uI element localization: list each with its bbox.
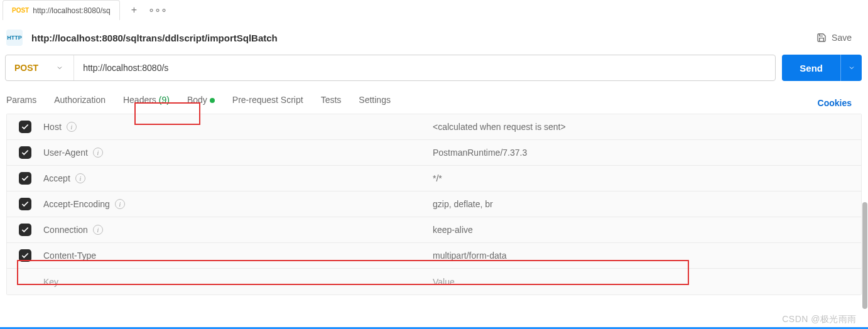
send-dropdown[interactable] [840, 55, 862, 81]
check-icon [21, 225, 30, 234]
header-row[interactable]: Accept-Encodingi gzip, deflate, br [7, 191, 861, 217]
breadcrumb-left: HTTP http://localhost:8080/sqltrans/ddls… [6, 30, 278, 46]
info-icon[interactable]: i [93, 148, 103, 158]
check-icon [21, 200, 30, 208]
info-icon[interactable]: i [67, 122, 77, 132]
info-icon[interactable]: i [115, 199, 125, 209]
header-row[interactable]: Connectioni keep-alive [7, 217, 861, 243]
check-icon [21, 174, 30, 183]
header-value: PostmanRuntime/7.37.3 [433, 148, 861, 158]
tab-params[interactable]: Params [6, 95, 36, 111]
tab-method-badge: POST [12, 7, 29, 14]
scrollbar-thumb[interactable] [862, 202, 867, 309]
check-icon [21, 251, 30, 260]
tab-tests[interactable]: Tests [321, 95, 342, 111]
breadcrumb-row: HTTP http://localhost:8080/sqltrans/ddls… [0, 20, 868, 55]
new-tab-icon[interactable]: + [131, 4, 137, 16]
chevron-down-icon [848, 64, 855, 72]
header-value: <calculated when request is sent> [433, 122, 861, 132]
header-key-placeholder[interactable]: Key [43, 277, 58, 287]
url-input[interactable]: http://localhost:8080/s [74, 55, 775, 80]
url-text: http://localhost:8080/s [83, 63, 168, 73]
tab-body-label: Body [187, 95, 207, 105]
header-value: keep-alive [433, 225, 861, 235]
header-row[interactable]: Accepti */* [7, 166, 861, 191]
header-checkbox[interactable] [19, 249, 31, 262]
header-checkbox[interactable] [19, 198, 31, 210]
header-value[interactable]: multipart/form-data [433, 251, 861, 261]
save-button[interactable]: Save [816, 33, 852, 43]
request-tab[interactable]: POST http://localhost:8080/sq [3, 0, 120, 20]
tab-actions: + ∘∘∘ [120, 4, 167, 16]
subtabs: Params Authorization Headers (9) Body Pr… [6, 95, 391, 111]
tab-authorization[interactable]: Authorization [54, 95, 106, 111]
body-dirty-indicator-icon [210, 98, 215, 103]
breadcrumb-path: http://localhost:8080/sqltrans/ddlscript… [31, 33, 278, 43]
header-key: Accept-Encoding [43, 199, 110, 209]
header-checkbox[interactable] [19, 172, 31, 185]
header-checkbox[interactable] [19, 146, 31, 159]
headers-table: Hosti <calculated when request is sent> … [6, 114, 862, 295]
tab-title: http://localhost:8080/sq [33, 6, 110, 15]
header-key[interactable]: Content-Type [43, 251, 96, 261]
send-group: Send [782, 55, 862, 81]
header-new-row[interactable]: Key Value [7, 269, 861, 294]
header-checkbox[interactable] [19, 121, 31, 133]
save-icon [816, 33, 827, 43]
http-icon: HTTP [6, 30, 23, 46]
tab-strip: POST http://localhost:8080/sq + ∘∘∘ [0, 0, 868, 20]
header-value: */* [433, 173, 861, 183]
http-icon-label: HTTP [7, 35, 22, 41]
request-row: POST http://localhost:8080/s Send [0, 55, 868, 81]
tab-headers-count: (9) [159, 95, 170, 105]
header-key: User-Agent [43, 148, 88, 158]
header-key: Host [43, 122, 62, 132]
chevron-down-icon [56, 64, 63, 72]
tab-overflow-icon[interactable]: ∘∘∘ [148, 4, 167, 16]
save-label: Save [832, 33, 852, 43]
tab-settings[interactable]: Settings [359, 95, 391, 111]
method-url-box: POST http://localhost:8080/s [5, 55, 776, 81]
header-key: Connection [43, 225, 88, 235]
subtabs-row: Params Authorization Headers (9) Body Pr… [0, 81, 868, 112]
check-icon [21, 122, 30, 131]
tab-pre-request[interactable]: Pre-request Script [232, 95, 303, 111]
tab-headers-label: Headers [123, 95, 156, 105]
info-icon[interactable]: i [75, 173, 85, 183]
method-select[interactable]: POST [6, 55, 74, 80]
header-row[interactable]: User-Agenti PostmanRuntime/7.37.3 [7, 140, 861, 166]
cookies-link[interactable]: Cookies [818, 98, 852, 108]
header-row[interactable]: Content-Type multipart/form-data [7, 243, 861, 269]
header-key: Accept [43, 173, 70, 183]
info-icon[interactable]: i [93, 225, 103, 235]
method-label: POST [14, 63, 38, 73]
header-checkbox[interactable] [19, 224, 31, 236]
send-button[interactable]: Send [782, 55, 840, 81]
header-row[interactable]: Hosti <calculated when request is sent> [7, 114, 861, 140]
tab-body[interactable]: Body [187, 95, 215, 111]
check-icon [21, 148, 30, 157]
tab-headers[interactable]: Headers (9) [123, 95, 170, 111]
watermark: CSDN @极光雨雨 [782, 314, 857, 325]
header-value-placeholder[interactable]: Value [433, 277, 861, 287]
header-value: gzip, deflate, br [433, 199, 861, 209]
